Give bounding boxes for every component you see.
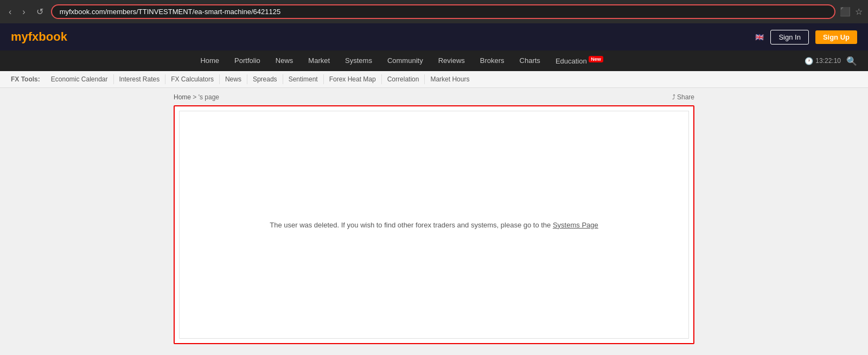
nav-systems[interactable]: Systems [337, 52, 380, 69]
fx-tool-forex-heat-map[interactable]: Forex Heat Map [324, 74, 382, 84]
signup-button[interactable]: Sign Up [815, 30, 857, 44]
breadcrumb-path: Home > 's page [174, 93, 219, 101]
back-button[interactable]: ‹ [5, 6, 15, 18]
nav-market[interactable]: Market [301, 52, 337, 69]
address-bar[interactable] [51, 4, 835, 19]
fx-tool-market-hours[interactable]: Market Hours [425, 74, 475, 84]
clock-time: 13:22:10 [815, 57, 841, 65]
systems-page-link[interactable]: Systems Page [553, 221, 598, 229]
language-flag[interactable]: 🇬🇧 [755, 33, 764, 41]
fx-tool-economic-calendar[interactable]: Economic Calendar [46, 74, 114, 84]
reload-button[interactable]: ↺ [33, 5, 47, 18]
cast-icon[interactable]: ⬛ [840, 7, 851, 17]
nav-home[interactable]: Home [193, 52, 227, 69]
deleted-message-prefix: The user was deleted. If you wish to fin… [270, 221, 553, 229]
breadcrumb-home[interactable]: Home [174, 93, 191, 101]
nav-right-tools: 🕐 13:22:10 🔍 [805, 56, 868, 66]
top-navbar: myfxbook 🇬🇧 Sign In Sign Up [0, 23, 868, 50]
breadcrumb: Home > 's page ⤴ Share [174, 93, 694, 101]
fx-tool-news[interactable]: News [220, 74, 247, 84]
browser-icons: ⬛ ☆ [840, 7, 863, 17]
page-content: Home > 's page ⤴ Share The user was dele… [163, 88, 705, 350]
nav-charts[interactable]: Charts [512, 52, 548, 69]
clock-icon: 🕐 [805, 57, 813, 65]
logo-book: book [39, 30, 67, 43]
logo-my: my [11, 30, 28, 43]
inner-content-box: The user was deleted. If you wish to fin… [179, 111, 689, 339]
content-box: The user was deleted. If you wish to fin… [174, 105, 694, 344]
nav-education[interactable]: Education New [548, 52, 611, 69]
bookmark-icon[interactable]: ☆ [855, 7, 863, 17]
nav-center: Home Portfolio News Market Systems Commu… [0, 52, 803, 69]
search-icon[interactable]: 🔍 [846, 56, 857, 66]
nav-brokers[interactable]: Brokers [473, 52, 512, 69]
forward-button[interactable]: › [19, 6, 28, 18]
logo-fx: fx [28, 30, 39, 43]
fx-tools-label: FX Tools: [11, 75, 40, 83]
fx-tools-bar: FX Tools: Economic Calendar Interest Rat… [0, 71, 868, 88]
clock-display: 🕐 13:22:10 [805, 57, 841, 65]
breadcrumb-current: 's page [199, 93, 219, 101]
browser-chrome: ‹ › ↺ ⬛ ☆ [0, 0, 868, 23]
fx-tool-fx-calculators[interactable]: FX Calculators [165, 74, 220, 84]
main-navigation: Home Portfolio News Market Systems Commu… [0, 50, 868, 71]
fx-tool-spreads[interactable]: Spreads [247, 74, 283, 84]
deleted-message: The user was deleted. If you wish to fin… [270, 221, 598, 229]
nav-portfolio[interactable]: Portfolio [227, 52, 268, 69]
share-icon: ⤴ [672, 93, 675, 101]
fx-tool-interest-rates[interactable]: Interest Rates [114, 74, 166, 84]
nav-community[interactable]: Community [380, 52, 431, 69]
signin-button[interactable]: Sign In [770, 30, 808, 45]
nav-reviews[interactable]: Reviews [431, 52, 473, 69]
fx-tool-sentiment[interactable]: Sentiment [283, 74, 324, 84]
share-button[interactable]: ⤴ Share [672, 93, 694, 101]
nav-news[interactable]: News [268, 52, 301, 69]
fx-tool-correlation[interactable]: Correlation [382, 74, 425, 84]
share-label: Share [677, 93, 694, 101]
site-logo[interactable]: myfxbook [11, 30, 67, 44]
top-nav-right: 🇬🇧 Sign In Sign Up [755, 30, 857, 45]
education-new-badge: New [589, 56, 603, 62]
breadcrumb-separator: > [193, 93, 198, 101]
